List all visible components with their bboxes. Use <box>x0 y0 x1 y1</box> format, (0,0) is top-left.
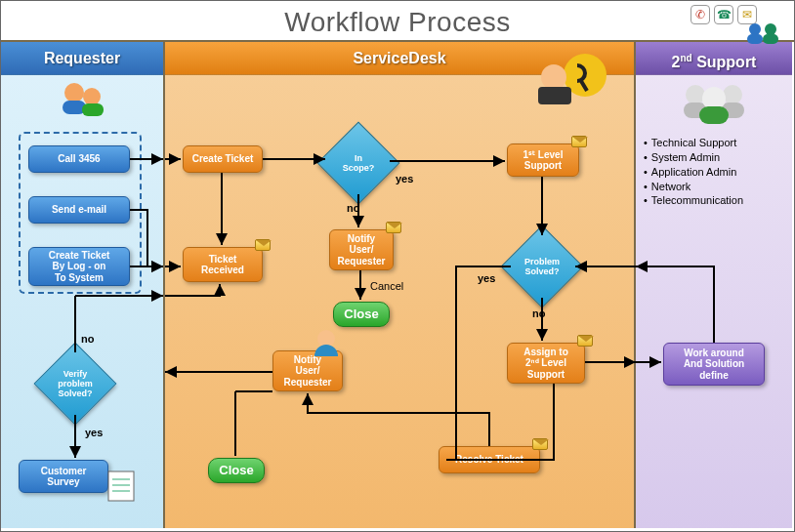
svg-point-20 <box>765 23 776 35</box>
svg-rect-10 <box>538 87 571 104</box>
requester-avatar <box>1 75 163 124</box>
page-title: Workflow Process <box>1 1 794 40</box>
problem-solved-decision: Problem Solved? <box>501 225 584 308</box>
servicedesk-hero-icon <box>532 48 614 114</box>
label-yes-scope: yes <box>396 173 413 184</box>
label-no-1: no <box>81 333 94 345</box>
assign-2nd-level-box: Assign to 2ⁿᵈ Level Support <box>507 343 585 384</box>
svg-rect-17 <box>699 106 729 124</box>
swimlanes: Requester Call 3456 Send e-mail Create T… <box>1 40 794 528</box>
lane-servicedesk: ServiceDesk Create Ticket In Scope? yes … <box>165 42 636 528</box>
first-level-support-box: 1ˢᵗ Level Support <box>507 143 579 177</box>
call-box: Call 3456 <box>28 145 130 173</box>
svg-point-14 <box>723 85 742 104</box>
verify-solved-decision: Verify problem Solved? <box>34 343 117 426</box>
label-yes-solved: yes <box>478 272 495 284</box>
customer-survey-box: Customer Survey <box>19 460 108 493</box>
mail-icon-ticket-received <box>255 239 271 251</box>
lane-support: 2nd Support Technical Support System Adm… <box>636 42 792 528</box>
label-cancel: Cancel <box>370 280 403 292</box>
create-ticket-login-box: Create Ticket By Log - on To System <box>28 247 130 286</box>
ticket-received-box: Ticket Received <box>183 247 263 282</box>
svg-point-2 <box>83 88 101 105</box>
label-no-solved: no <box>532 307 545 319</box>
in-scope-decision: In Scope? <box>317 122 400 205</box>
support-team-icon <box>636 75 792 132</box>
phone2-icon: ☎ <box>714 5 733 24</box>
notify-user-1-box: Notify User/ Requester <box>329 229 394 270</box>
lane-header-requester: Requester <box>1 42 163 75</box>
mail-icon-notify1 <box>386 222 401 233</box>
svg-rect-19 <box>747 34 763 44</box>
svg-rect-21 <box>763 34 778 44</box>
mail-icon-resolve <box>532 438 548 450</box>
close-2-box: Close <box>208 458 265 483</box>
lane-requester: Requester Call 3456 Send e-mail Create T… <box>1 42 165 528</box>
resolve-ticket-box: Resolve Ticket <box>439 446 540 473</box>
svg-rect-3 <box>82 103 104 116</box>
svg-rect-4 <box>108 471 134 501</box>
send-email-box: Send e-mail <box>28 196 130 224</box>
label-no-scope: no <box>347 202 359 214</box>
mail-icon-assign <box>577 335 593 347</box>
mini-people-icon <box>743 20 782 48</box>
close-1-box: Close <box>333 302 390 327</box>
svg-point-12 <box>686 85 705 104</box>
phone-icon: ✆ <box>690 5 710 24</box>
agent-icon <box>310 327 343 360</box>
svg-point-18 <box>749 23 761 35</box>
svg-point-0 <box>64 83 84 102</box>
support-disciplines-list: Technical Support System Admin Applicati… <box>644 136 743 208</box>
workaround-solution-box: Work around And Solution define <box>663 343 765 386</box>
label-yes-1: yes <box>85 427 103 438</box>
mail-icon-first-level <box>571 136 587 147</box>
survey-document-icon <box>103 466 142 505</box>
create-ticket-box: Create Ticket <box>183 145 263 173</box>
